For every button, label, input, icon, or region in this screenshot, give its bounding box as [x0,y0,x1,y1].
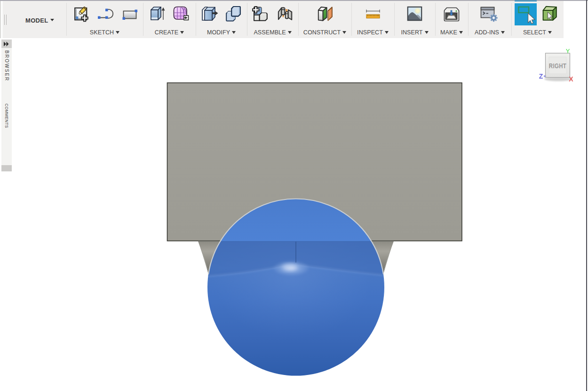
svg-text:Z: Z [539,72,543,80]
svg-text:RIGHT: RIGHT [549,62,566,69]
svg-text:Y: Y [566,48,570,55]
svg-text:X: X [569,75,573,83]
